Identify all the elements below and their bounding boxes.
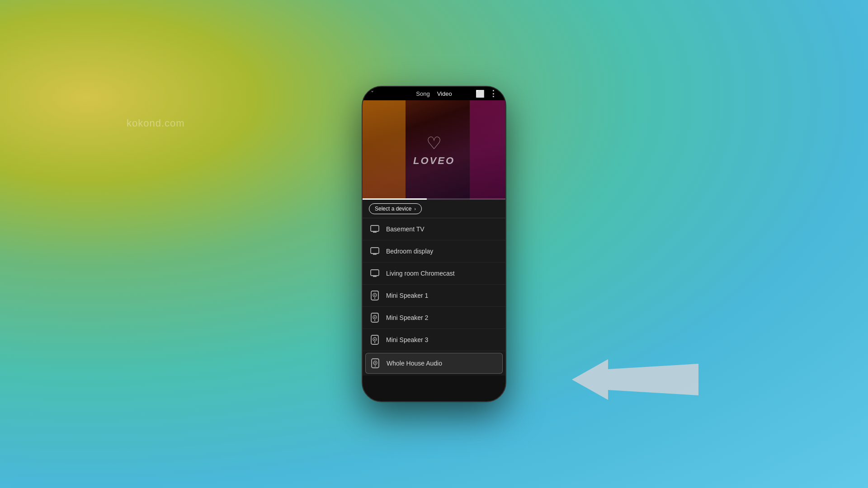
phone-wrapper: ˅ Song Video ⬜ ⋮ ♡ LOVEO <box>362 86 506 402</box>
svg-marker-26 <box>572 359 608 400</box>
cast-icon[interactable]: ⬜ <box>476 89 485 98</box>
device-item-basement-tv[interactable]: Basement TV <box>363 218 505 240</box>
device-label: Bedroom display <box>386 248 433 255</box>
speaker-icon <box>370 358 380 368</box>
svg-point-19 <box>374 339 376 340</box>
svg-point-23 <box>375 362 376 364</box>
tv-icon <box>370 246 380 256</box>
device-item-mini-speaker-3[interactable]: Mini Speaker 3 <box>363 329 505 351</box>
svg-rect-3 <box>371 248 379 253</box>
svg-point-15 <box>374 317 376 318</box>
select-device-bar: Select a device › <box>363 200 505 218</box>
select-device-label: Select a device <box>375 206 411 212</box>
arrow-annotation <box>572 359 708 400</box>
video-area: ♡ LOVEO <box>363 100 505 200</box>
device-item-mini-speaker-1[interactable]: Mini Speaker 1 <box>363 285 505 307</box>
nav-tabs: Song Video <box>416 90 452 97</box>
speaker-icon <box>370 335 380 345</box>
heart-doodle-icon: ♡ <box>426 133 442 153</box>
video-progress-fill <box>363 198 427 200</box>
tab-video[interactable]: Video <box>437 90 452 97</box>
more-options-icon[interactable]: ⋮ <box>489 89 497 99</box>
svg-point-16 <box>374 320 375 321</box>
tab-song[interactable]: Song <box>416 90 429 97</box>
video-progress-bar <box>363 198 505 200</box>
speaker-icon <box>370 313 380 323</box>
device-label: Mini Speaker 3 <box>386 336 428 343</box>
back-chevron-icon[interactable]: ˅ <box>371 90 374 97</box>
svg-point-24 <box>375 366 376 366</box>
svg-point-11 <box>374 295 376 296</box>
device-item-whole-house-audio[interactable]: Whole House Audio <box>365 353 503 374</box>
svg-rect-0 <box>371 225 379 231</box>
device-label: Mini Speaker 2 <box>386 314 428 321</box>
device-label: Living room Chromecast <box>386 270 455 277</box>
svg-point-12 <box>374 298 375 299</box>
video-thumbnail: ♡ LOVEO <box>363 100 505 200</box>
select-device-button[interactable]: Select a device › <box>369 203 422 214</box>
device-item-mini-speaker-2[interactable]: Mini Speaker 2 <box>363 307 505 329</box>
arrow-left-icon <box>572 359 708 400</box>
svg-rect-6 <box>371 270 379 276</box>
svg-point-20 <box>374 342 375 343</box>
topbar-icons: ⬜ ⋮ <box>476 89 497 99</box>
doodle-overlay: ♡ LOVEO <box>363 100 505 200</box>
phone-device: ˅ Song Video ⬜ ⋮ ♡ LOVEO <box>362 86 506 402</box>
tv-icon <box>370 224 380 234</box>
phone-topbar: ˅ Song Video ⬜ ⋮ <box>363 87 505 100</box>
device-label: Whole House Audio <box>387 360 442 367</box>
video-title-text: LOVEO <box>413 155 455 167</box>
watermark: kokond.com <box>127 117 185 129</box>
device-label: Mini Speaker 1 <box>386 292 428 299</box>
device-item-bedroom-display[interactable]: Bedroom display <box>363 240 505 263</box>
tv-icon <box>370 268 380 278</box>
device-label: Basement TV <box>386 225 425 233</box>
device-item-living-room-chromecast[interactable]: Living room Chromecast <box>363 263 505 285</box>
svg-marker-25 <box>608 364 698 395</box>
speaker-icon <box>370 291 380 300</box>
device-list: Basement TV Bedroom display <box>363 218 505 375</box>
select-device-chevron-icon: › <box>414 206 415 211</box>
